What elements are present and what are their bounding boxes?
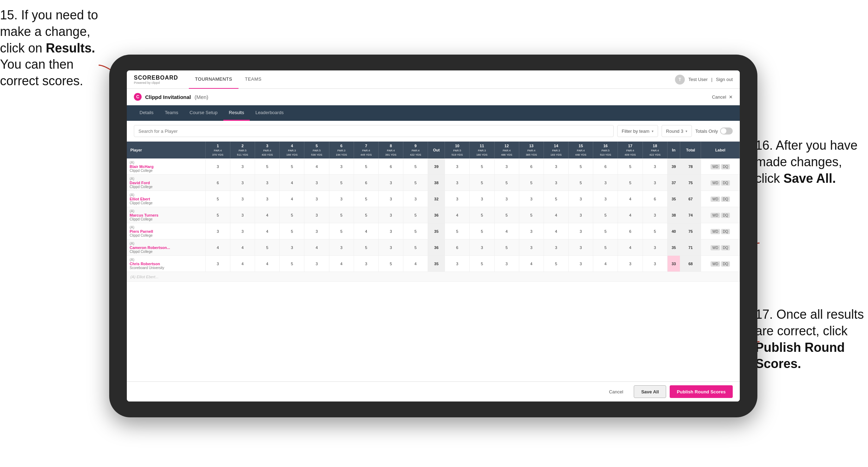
save-all-button[interactable]: Save All (634, 385, 666, 398)
score-cell-b10[interactable]: 3 (445, 158, 470, 175)
score-cell-9[interactable]: 3 (403, 191, 428, 207)
score-cell-7[interactable]: 4 (354, 223, 378, 239)
dq-button[interactable]: DQ (721, 213, 730, 218)
tab-course-setup[interactable]: Course Setup (184, 105, 223, 121)
score-cell-1[interactable]: 3 (205, 158, 230, 175)
score-cell-5[interactable]: 3 (304, 207, 329, 223)
score-cell-5[interactable]: 4 (304, 158, 329, 175)
score-cell-6[interactable]: 4 (329, 256, 354, 272)
score-cell-b12[interactable]: 5 (494, 239, 519, 256)
totals-only-toggle[interactable] (720, 127, 733, 135)
score-cell-4[interactable]: 5 (280, 207, 304, 223)
score-cell-1[interactable]: 3 (205, 223, 230, 239)
score-cell-7[interactable]: 5 (354, 191, 378, 207)
score-cell-8[interactable]: 6 (378, 158, 403, 175)
score-cell-b11[interactable]: 5 (470, 256, 494, 272)
score-cell-1[interactable]: 5 (205, 207, 230, 223)
score-cell-b16[interactable]: 4 (593, 256, 618, 272)
score-cell-b13[interactable]: 6 (519, 158, 544, 175)
score-cell-3[interactable]: 4 (255, 207, 280, 223)
score-cell-8[interactable]: 5 (378, 256, 403, 272)
score-cell-b12[interactable]: 3 (494, 256, 519, 272)
score-cell-5[interactable]: 3 (304, 256, 329, 272)
dq-button[interactable]: DQ (721, 261, 730, 267)
score-cell-6[interactable]: 5 (329, 223, 354, 239)
score-cell-4[interactable]: 5 (280, 158, 304, 175)
score-cell-b12[interactable]: 4 (494, 223, 519, 239)
score-cell-1[interactable]: 3 (205, 256, 230, 272)
tab-teams[interactable]: Teams (159, 105, 184, 121)
score-cell-b16[interactable]: 5 (593, 239, 618, 256)
filter-by-team-dropdown[interactable]: Filter by team ▾ (617, 125, 658, 137)
round-dropdown[interactable]: Round 3 ▾ (662, 125, 692, 137)
score-cell-6[interactable]: 5 (329, 175, 354, 191)
score-cell-b15[interactable]: 3 (569, 223, 593, 239)
score-cell-2[interactable]: 4 (230, 256, 255, 272)
score-cell-b18[interactable]: 3 (643, 175, 667, 191)
score-cell-b16[interactable]: 6 (593, 158, 618, 175)
dq-button[interactable]: DQ (721, 245, 730, 250)
dq-button[interactable]: DQ (721, 164, 730, 169)
score-cell-b18[interactable]: 3 (643, 207, 667, 223)
score-cell-b11[interactable]: 5 (470, 223, 494, 239)
cancel-button[interactable]: Cancel (602, 385, 630, 398)
score-cell-b14[interactable]: 3 (544, 175, 568, 191)
score-cell-9[interactable]: 5 (403, 223, 428, 239)
wd-button[interactable]: WD (711, 245, 720, 250)
score-cell-b13[interactable]: 5 (519, 207, 544, 223)
score-cell-b13[interactable]: 3 (519, 191, 544, 207)
wd-button[interactable]: WD (711, 213, 720, 218)
score-cell-1[interactable]: 5 (205, 191, 230, 207)
score-cell-b16[interactable]: 5 (593, 207, 618, 223)
score-cell-b14[interactable]: 4 (544, 223, 568, 239)
score-cell-b11[interactable]: 5 (470, 207, 494, 223)
score-cell-9[interactable]: 4 (403, 256, 428, 272)
score-cell-6[interactable]: 3 (329, 239, 354, 256)
dq-button[interactable]: DQ (721, 197, 730, 202)
wd-button[interactable]: WD (711, 164, 720, 169)
score-cell-b17[interactable]: 3 (618, 256, 643, 272)
score-cell-b17[interactable]: 4 (618, 239, 643, 256)
score-cell-b10[interactable]: 3 (445, 256, 470, 272)
score-cell-b14[interactable]: 5 (544, 191, 568, 207)
wd-button[interactable]: WD (711, 261, 720, 267)
score-cell-8[interactable]: 3 (378, 239, 403, 256)
score-cell-b16[interactable]: 3 (593, 175, 618, 191)
score-cell-4[interactable]: 4 (280, 175, 304, 191)
wd-button[interactable]: WD (711, 197, 720, 202)
score-cell-b12[interactable]: 5 (494, 175, 519, 191)
score-cell-b16[interactable]: 3 (593, 191, 618, 207)
score-cell-2[interactable]: 3 (230, 223, 255, 239)
score-cell-b10[interactable]: 6 (445, 239, 470, 256)
score-cell-3[interactable]: 3 (255, 191, 280, 207)
score-cell-7[interactable]: 5 (354, 158, 378, 175)
score-cell-b13[interactable]: 3 (519, 223, 544, 239)
score-cell-b13[interactable]: 3 (519, 239, 544, 256)
publish-round-scores-button[interactable]: Publish Round Scores (670, 385, 733, 398)
score-cell-9[interactable]: 5 (403, 175, 428, 191)
score-cell-7[interactable]: 5 (354, 207, 378, 223)
score-cell-8[interactable]: 3 (378, 191, 403, 207)
score-cell-2[interactable]: 4 (230, 239, 255, 256)
score-cell-b12[interactable]: 3 (494, 158, 519, 175)
score-cell-b12[interactable]: 3 (494, 191, 519, 207)
search-input[interactable] (134, 125, 614, 137)
score-cell-3[interactable]: 4 (255, 223, 280, 239)
score-cell-b17[interactable]: 4 (618, 191, 643, 207)
score-cell-b15[interactable]: 5 (569, 175, 593, 191)
score-cell-3[interactable]: 5 (255, 239, 280, 256)
score-cell-b14[interactable]: 3 (544, 158, 568, 175)
sign-out-link[interactable]: Sign out (716, 77, 733, 82)
nav-link-tournaments[interactable]: TOURNAMENTS (189, 70, 239, 89)
cancel-tournament-btn[interactable]: Cancel ✕ (712, 94, 733, 100)
score-cell-8[interactable]: 3 (378, 175, 403, 191)
wd-button[interactable]: WD (711, 229, 720, 234)
score-cell-b17[interactable]: 4 (618, 207, 643, 223)
score-cell-5[interactable]: 3 (304, 191, 329, 207)
score-cell-3[interactable]: 5 (255, 158, 280, 175)
score-cell-b10[interactable]: 4 (445, 207, 470, 223)
score-cell-b14[interactable]: 3 (544, 239, 568, 256)
score-cell-b17[interactable]: 5 (618, 158, 643, 175)
score-cell-4[interactable]: 5 (280, 223, 304, 239)
score-cell-b11[interactable]: 5 (470, 158, 494, 175)
